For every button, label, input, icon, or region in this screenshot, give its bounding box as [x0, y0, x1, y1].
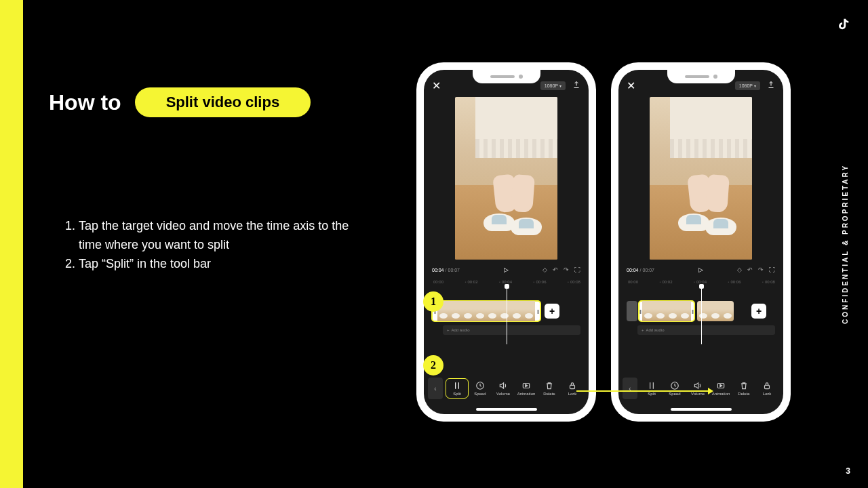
- video-clip-selected[interactable]: ‖ ‖: [432, 301, 540, 321]
- upload-icon[interactable]: [572, 81, 580, 90]
- tool-lock[interactable]: Lock: [561, 381, 584, 396]
- add-audio-track[interactable]: Add audio: [443, 325, 580, 335]
- play-icon[interactable]: ▷: [698, 266, 703, 273]
- video-clip-split-right[interactable]: ‖: [697, 301, 734, 321]
- confidential-label: CONFIDENTIAL & PROPRIETARY: [842, 164, 849, 324]
- svg-rect-5: [765, 385, 770, 388]
- phone-1-screen: ✕ 1080P 00:04 / 00:07: [424, 70, 589, 414]
- phone-2-screen: ✕ 1080P 00:04 / 00:07: [618, 70, 783, 414]
- tool-lock[interactable]: Lock: [755, 381, 778, 396]
- tool-delete[interactable]: Delete: [732, 381, 755, 396]
- tool-delete[interactable]: Delete: [538, 381, 561, 396]
- callout-badge-1: 1: [423, 291, 443, 312]
- tool-split[interactable]: Split: [640, 381, 663, 396]
- tool-speed[interactable]: Speed: [469, 381, 492, 396]
- tool-split[interactable]: Split: [446, 378, 469, 399]
- toolbar-back-icon[interactable]: ‹: [623, 378, 637, 399]
- undo-icon[interactable]: ↶: [747, 266, 753, 273]
- playhead[interactable]: [701, 286, 702, 344]
- callout-badge-2: 2: [423, 355, 443, 375]
- current-time: 00:04: [627, 268, 639, 272]
- tool-animation[interactable]: Animation: [515, 381, 538, 396]
- callout-arrow: [576, 390, 712, 392]
- phone-mockups: ✕ 1080P 00:04 / 00:07: [416, 62, 791, 422]
- resolution-button[interactable]: 1080P: [735, 81, 760, 90]
- keyframe-icon[interactable]: ◇: [737, 266, 742, 273]
- play-icon[interactable]: ▷: [504, 266, 509, 273]
- keyframe-icon[interactable]: ◇: [542, 266, 547, 273]
- timeline[interactable]: ‖ ‖ ‖ + Add audio: [618, 290, 783, 341]
- timeline[interactable]: ‖ ‖ + Add audio: [424, 290, 589, 341]
- current-time: 00:04: [432, 268, 444, 272]
- close-icon[interactable]: ✕: [432, 79, 441, 92]
- tool-volume[interactable]: Volume: [492, 381, 515, 396]
- total-time: 00:07: [448, 268, 460, 272]
- phone-notch: [473, 70, 540, 83]
- playhead[interactable]: [507, 286, 507, 344]
- title-row: How to Split video clips: [49, 87, 311, 117]
- page-title: How to: [49, 90, 121, 115]
- fullscreen-icon[interactable]: ⛶: [769, 266, 775, 273]
- phone-1: ✕ 1080P 00:04 / 00:07: [416, 62, 596, 422]
- phone-2: ✕ 1080P 00:04 / 00:07: [611, 62, 791, 422]
- slide: How to Split video clips Tap the target …: [0, 0, 868, 488]
- toolbar-back-icon[interactable]: ‹: [428, 378, 443, 399]
- video-clip[interactable]: [627, 301, 637, 321]
- instructions: Tap the target video and move the time a…: [62, 217, 368, 274]
- instruction-item: Tap “Split” in the tool bar: [79, 255, 368, 274]
- playback-bar: 00:04 / 00:07 ▷ ◇ ↶ ↷ ⛶: [432, 263, 580, 277]
- resolution-button[interactable]: 1080P: [540, 81, 566, 90]
- fullscreen-icon[interactable]: ⛶: [574, 266, 580, 273]
- tiktok-logo-icon: [835, 16, 850, 31]
- redo-icon[interactable]: ↷: [758, 266, 764, 273]
- add-clip-button[interactable]: +: [751, 304, 766, 319]
- editor-toolbar: ‹ Split Speed Volume An: [424, 373, 589, 403]
- home-indicator: [476, 408, 537, 411]
- phone-notch: [667, 70, 735, 83]
- undo-icon[interactable]: ↶: [553, 266, 558, 273]
- video-preview[interactable]: [455, 97, 557, 260]
- title-pill: Split video clips: [135, 87, 311, 117]
- accent-bar: [0, 0, 23, 488]
- instruction-item: Tap the target video and move the time a…: [79, 217, 368, 255]
- total-time: 00:07: [642, 268, 654, 272]
- page-number: 3: [846, 466, 850, 476]
- add-audio-track[interactable]: Add audio: [637, 325, 775, 335]
- svg-rect-2: [570, 385, 575, 388]
- video-clip-split-left[interactable]: ‖ ‖: [639, 301, 694, 321]
- playback-bar: 00:04 / 00:07 ▷ ◇ ↶ ↷ ⛶: [627, 263, 775, 277]
- editor-toolbar: ‹ Split Speed Volume An: [618, 373, 783, 403]
- tool-volume[interactable]: Volume: [686, 381, 709, 396]
- close-icon[interactable]: ✕: [627, 79, 635, 92]
- add-clip-button[interactable]: +: [545, 304, 559, 319]
- tool-speed[interactable]: Speed: [663, 381, 686, 396]
- home-indicator: [671, 408, 732, 411]
- redo-icon[interactable]: ↷: [564, 266, 569, 273]
- video-preview[interactable]: [650, 97, 752, 260]
- upload-icon[interactable]: [767, 81, 775, 90]
